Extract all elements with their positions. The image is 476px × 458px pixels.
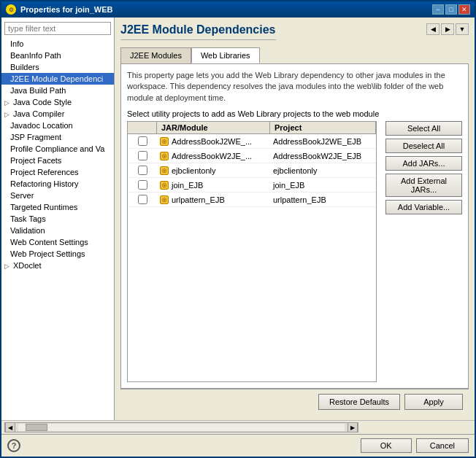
filter-input[interactable] <box>4 22 111 35</box>
add-jars-button[interactable]: Add JARs... <box>385 156 462 171</box>
sidebar-item-javadoc-location[interactable]: Javadoc Location <box>1 120 114 131</box>
scroll-right-button[interactable]: ▶ <box>348 422 358 432</box>
sidebar-item-refactoring-history[interactable]: Refactoring History <box>1 178 114 190</box>
tabs: J2EE Modules Web Libraries <box>120 47 469 63</box>
footer-bar: ? OK Cancel <box>1 434 475 457</box>
deselect-all-button[interactable]: Deselect All <box>385 139 462 153</box>
tab-j2ee-modules[interactable]: J2EE Modules <box>120 47 191 63</box>
sidebar-item-validation[interactable]: Validation <box>1 225 114 236</box>
sidebar-item-web-project-settings[interactable]: Web Project Settings <box>1 248 114 260</box>
sidebar-item-beaninfo-path[interactable]: BeanInfo Path <box>1 50 114 61</box>
sidebar-item-builders[interactable]: Builders <box>1 61 114 73</box>
tab-web-libraries[interactable]: Web Libraries <box>191 47 260 63</box>
select-all-button[interactable]: Select All <box>385 121 462 136</box>
main-window: ⚙ Properties for join_WEB − □ ✕ InfoBean… <box>0 0 476 458</box>
sidebar-item-server[interactable]: Server <box>1 190 114 201</box>
table-row: ◎urlpattern_EJBurlpattern_EJB <box>128 193 376 207</box>
row-jar-3: ◎join_EJB <box>157 181 270 190</box>
window-icon: ⚙ <box>6 4 16 15</box>
row-jar-1: ◎AddressBookW2JE_... <box>157 152 270 160</box>
nav-arrows: ◀ ▶ ▼ <box>426 23 469 35</box>
nav-forward-button[interactable]: ▶ <box>441 23 454 35</box>
content-area: InfoBeanInfo PathBuildersJ2EE Module Dep… <box>1 18 475 420</box>
row-project-0: AddressBookJ2WE_EJB <box>270 137 376 146</box>
table-row: ◎AddressBookJ2WE_...AddressBookJ2WE_EJB <box>128 134 376 149</box>
nav-back-button[interactable]: ◀ <box>426 23 439 35</box>
panel-title: J2EE Module Dependencies <box>120 23 276 40</box>
row-checkbox-3[interactable] <box>128 180 157 190</box>
close-button[interactable]: ✕ <box>458 4 470 15</box>
sidebar-items: InfoBeanInfo PathBuildersJ2EE Module Dep… <box>1 38 114 271</box>
row-project-4: urlpattern_EJB <box>270 195 376 204</box>
sidebar-item-profile-compliance[interactable]: Profile Compliance and Va <box>1 143 114 155</box>
table-row: ◎join_EJBjoin_EJB <box>128 178 376 193</box>
table-header: JAR/Module Project <box>128 122 376 134</box>
table-row: ◎AddressBookW2JE_...AddressBookW2JE_EJB <box>128 149 376 163</box>
row-project-2: ejbclientonly <box>270 166 376 175</box>
maximize-button[interactable]: □ <box>445 4 457 15</box>
sidebar-item-xdoclet[interactable]: ▷ XDoclet <box>1 260 114 271</box>
help-icon[interactable]: ? <box>7 439 20 452</box>
title-bar: ⚙ Properties for join_WEB − □ ✕ <box>1 1 475 18</box>
nav-down-button[interactable]: ▼ <box>456 23 469 35</box>
table-body: ◎AddressBookJ2WE_...AddressBookJ2WE_EJB◎… <box>128 134 376 207</box>
select-label: Select utility projects to add as Web Li… <box>127 109 462 118</box>
sidebar-item-web-content-settings[interactable]: Web Content Settings <box>1 236 114 248</box>
description: This property page lets you add the Web … <box>127 70 462 104</box>
tab-content: This property page lets you add the Web … <box>120 63 469 389</box>
sidebar-item-j2ee-module[interactable]: J2EE Module Dependenci <box>1 73 114 85</box>
row-jar-0: ◎AddressBookJ2WE_... <box>157 137 270 146</box>
sidebar-item-info[interactable]: Info <box>1 38 114 50</box>
row-project-3: join_EJB <box>270 181 376 190</box>
sidebar: InfoBeanInfo PathBuildersJ2EE Module Dep… <box>1 18 115 420</box>
footer-buttons: OK Cancel <box>361 438 469 453</box>
horizontal-scrollbar: ◀ ▶ <box>1 420 475 434</box>
right-buttons: Select All Deselect All Add JARs... Add … <box>385 121 462 382</box>
scrollbar-track[interactable]: ◀ ▶ <box>4 422 358 432</box>
sidebar-item-targeted-runtimes[interactable]: Targeted Runtimes <box>1 201 114 213</box>
ok-button[interactable]: OK <box>361 438 412 453</box>
sidebar-item-java-compiler[interactable]: ▷ Java Compiler <box>1 108 114 120</box>
add-external-jars-button[interactable]: Add External JARs... <box>385 174 462 197</box>
row-checkbox-2[interactable] <box>128 166 157 175</box>
window-title: Properties for join_WEB <box>20 5 113 14</box>
header-jar: JAR/Module <box>157 122 270 133</box>
title-bar-left: ⚙ Properties for join_WEB <box>6 4 113 15</box>
restore-defaults-button[interactable]: Restore Defaults <box>318 394 400 410</box>
header-check <box>128 122 157 133</box>
bottom-bar: Restore Defaults Apply <box>120 389 469 414</box>
sidebar-item-project-references[interactable]: Project References <box>1 166 114 178</box>
minimize-button[interactable]: − <box>432 4 444 15</box>
scrollbar-thumb <box>26 424 47 431</box>
add-variable-button[interactable]: Add Variable... <box>385 200 462 214</box>
row-jar-4: ◎urlpattern_EJB <box>157 195 270 204</box>
sidebar-item-jsp-fragment[interactable]: JSP Fragment <box>1 131 114 143</box>
sidebar-item-task-tags[interactable]: Task Tags <box>1 213 114 225</box>
sidebar-item-project-facets[interactable]: Project Facets <box>1 155 114 166</box>
header-project: Project <box>270 122 376 133</box>
row-checkbox-0[interactable] <box>128 136 157 146</box>
row-project-1: AddressBookW2JE_EJB <box>270 152 376 160</box>
row-checkbox-1[interactable] <box>128 151 157 160</box>
sidebar-item-java-build-path[interactable]: Java Build Path <box>1 85 114 96</box>
row-checkbox-4[interactable] <box>128 195 157 204</box>
sidebar-item-java-code-style[interactable]: ▷ Java Code Style <box>1 96 114 108</box>
jar-table: JAR/Module Project ◎AddressBookJ2WE_...A… <box>127 121 377 382</box>
main-panel: J2EE Module Dependencies ◀ ▶ ▼ J2EE Modu… <box>115 18 475 420</box>
table-row: ◎ejbclientonlyejbclientonly <box>128 163 376 178</box>
row-jar-2: ◎ejbclientonly <box>157 166 270 175</box>
cancel-button[interactable]: Cancel <box>416 438 469 453</box>
title-controls: − □ ✕ <box>432 4 470 15</box>
scroll-left-button[interactable]: ◀ <box>5 422 15 432</box>
apply-button[interactable]: Apply <box>404 394 463 410</box>
scrollbar-h-track <box>18 424 345 431</box>
